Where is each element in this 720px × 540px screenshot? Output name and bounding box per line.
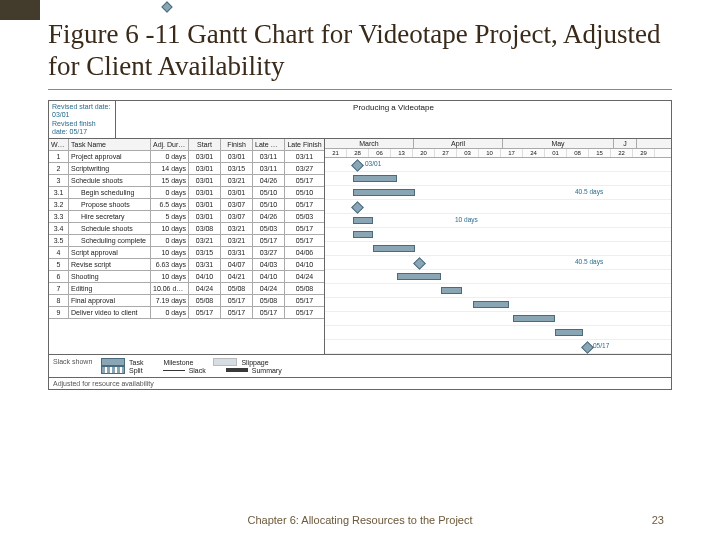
task-table: WBS Task Name Adj. Duration Start Finish… bbox=[49, 139, 325, 354]
task-bar bbox=[353, 231, 373, 238]
task-row: 9Deliver video to client0 days05/1705/17… bbox=[49, 307, 324, 319]
task-bar bbox=[441, 287, 462, 294]
task-bar bbox=[397, 273, 441, 280]
month-cell: May bbox=[503, 139, 614, 148]
day-tick: 06 bbox=[369, 149, 391, 157]
day-tick: 28 bbox=[347, 149, 369, 157]
legend: Slack shown Task Milestone Slippage Spli… bbox=[49, 354, 671, 377]
day-tick: 22 bbox=[611, 149, 633, 157]
day-tick: 17 bbox=[501, 149, 523, 157]
gantt-row bbox=[325, 242, 671, 256]
milestone-icon bbox=[581, 341, 594, 354]
gantt-row bbox=[325, 200, 671, 214]
day-tick: 21 bbox=[325, 149, 347, 157]
revised-finish: Revised finish date: 05/17 bbox=[52, 120, 112, 137]
month-cell: March bbox=[325, 139, 414, 148]
task-bar bbox=[353, 189, 415, 196]
col-name: Task Name bbox=[69, 139, 151, 150]
page-number: 23 bbox=[652, 514, 664, 526]
task-row: 8Final approval7.19 days05/0805/1705/080… bbox=[49, 295, 324, 307]
slippage-swatch bbox=[213, 358, 237, 366]
day-tick: 29 bbox=[633, 149, 655, 157]
revision-dates: Revised start date: 03/01 Revised finish… bbox=[49, 101, 116, 139]
day-tick: 27 bbox=[435, 149, 457, 157]
col-ls: Late Start bbox=[253, 139, 285, 150]
day-tick: 08 bbox=[567, 149, 589, 157]
col-finish: Finish bbox=[221, 139, 253, 150]
title-rule bbox=[48, 89, 672, 90]
task-row: 4Script approval10 days03/1503/3103/2704… bbox=[49, 247, 324, 259]
legend-label: Slack shown bbox=[53, 358, 101, 366]
gantt-row: 03/01 bbox=[325, 158, 671, 172]
gantt-row bbox=[325, 312, 671, 326]
task-bar bbox=[373, 245, 415, 252]
col-dur: Adj. Duration bbox=[151, 139, 189, 150]
milestone-icon bbox=[413, 257, 426, 270]
gantt-row bbox=[325, 270, 671, 284]
adjustment-note: Adjusted for resource availability bbox=[49, 377, 671, 389]
gantt-row bbox=[325, 228, 671, 242]
day-tick: 10 bbox=[479, 149, 501, 157]
chart-header: Revised start date: 03/01 Revised finish… bbox=[49, 101, 671, 140]
gantt-row: 40.5 days bbox=[325, 186, 671, 200]
day-tick: 03 bbox=[457, 149, 479, 157]
bar-annotation: 40.5 days bbox=[575, 258, 603, 265]
summary-swatch bbox=[226, 368, 248, 372]
gantt-row bbox=[325, 298, 671, 312]
task-row: 3.1Begin scheduling0 days03/0103/0105/10… bbox=[49, 187, 324, 199]
slide-root: Figure 6 -11 Gantt Chart for Videotape P… bbox=[0, 0, 720, 540]
chart-title: Producing a Videotape bbox=[116, 101, 671, 139]
task-row: 3.5Scheduling complete0 days03/2103/2105… bbox=[49, 235, 324, 247]
task-swatch bbox=[101, 358, 125, 366]
task-bar bbox=[513, 315, 555, 322]
timeline-pane: MarchAprilMayJ 2128061320270310172401081… bbox=[325, 139, 671, 354]
task-row: 3.3Hire secretary5 days03/0103/0704/2605… bbox=[49, 211, 324, 223]
gantt-row: 05/17 bbox=[325, 340, 671, 354]
milestone-icon bbox=[351, 201, 364, 214]
milestone-icon bbox=[351, 159, 364, 172]
bar-annotation: 10 days bbox=[455, 216, 478, 223]
gantt-row bbox=[325, 326, 671, 340]
task-bar bbox=[555, 329, 583, 336]
day-tick: 24 bbox=[523, 149, 545, 157]
split-swatch bbox=[101, 366, 125, 374]
task-row: 3.2Propose shoots6.5 days03/0103/0705/10… bbox=[49, 199, 324, 211]
month-cell: J bbox=[614, 139, 637, 148]
gantt-row bbox=[325, 172, 671, 186]
revised-start: Revised start date: 03/01 bbox=[52, 103, 112, 120]
gantt-row bbox=[325, 284, 671, 298]
slack-swatch bbox=[163, 370, 185, 371]
task-row: 3.4Schedule shoots10 days03/0803/2105/03… bbox=[49, 223, 324, 235]
footer-chapter: Chapter 6: Allocating Resources to the P… bbox=[0, 514, 720, 526]
task-row: 6Shooting10 days04/1004/2104/1004/24 bbox=[49, 271, 324, 283]
day-tick: 20 bbox=[413, 149, 435, 157]
task-bar bbox=[353, 217, 373, 224]
task-row: 7Editing10.06 days04/2405/0804/2405/08 bbox=[49, 283, 324, 295]
day-tick: 01 bbox=[545, 149, 567, 157]
col-lf: Late Finish bbox=[285, 139, 324, 150]
figure-title: Figure 6 -11 Gantt Chart for Videotape P… bbox=[48, 18, 672, 83]
task-row: 3Schedule shoots15 days03/0103/2104/2605… bbox=[49, 175, 324, 187]
gantt-row: 10 days bbox=[325, 214, 671, 228]
day-tick: 13 bbox=[391, 149, 413, 157]
milestone-swatch bbox=[162, 1, 173, 12]
col-start: Start bbox=[189, 139, 221, 150]
task-row: 2Scriptwriting14 days03/0103/1503/1103/2… bbox=[49, 163, 324, 175]
gantt-row: 40.5 days bbox=[325, 256, 671, 270]
task-row: 1Project approval0 days03/0103/0103/1103… bbox=[49, 151, 324, 163]
bar-annotation: 40.5 days bbox=[575, 188, 603, 195]
col-wbs: WBS bbox=[49, 139, 69, 150]
bar-annotation: 03/01 bbox=[365, 160, 381, 167]
task-bar bbox=[473, 301, 509, 308]
task-row: 5Revise script6.63 days03/3104/0704/0304… bbox=[49, 259, 324, 271]
gantt-chart: Revised start date: 03/01 Revised finish… bbox=[48, 100, 672, 391]
task-bar bbox=[353, 175, 397, 182]
bar-annotation: 05/17 bbox=[593, 342, 609, 349]
corner-crop bbox=[0, 0, 40, 20]
day-tick: 15 bbox=[589, 149, 611, 157]
month-cell: April bbox=[414, 139, 503, 148]
